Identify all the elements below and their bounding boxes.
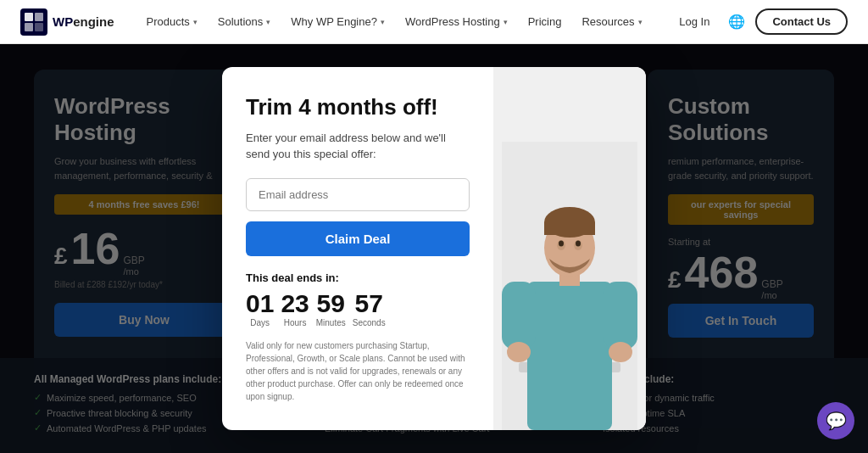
chevron-down-icon: ▾ (504, 18, 508, 26)
countdown-minutes: 59 Minutes (316, 291, 346, 327)
chat-icon: 💬 (826, 411, 847, 431)
nav-item-solutions[interactable]: Solutions ▾ (209, 10, 279, 33)
svg-point-23 (609, 342, 632, 362)
countdown-hours: 23 Hours (281, 291, 309, 327)
svg-rect-1 (35, 13, 43, 21)
svg-point-18 (559, 240, 564, 246)
svg-rect-20 (502, 282, 536, 350)
email-input[interactable] (246, 178, 470, 211)
modal-fine-print: Valid only for new customers purchasing … (246, 339, 470, 403)
logo-box (20, 8, 47, 36)
countdown-seconds: 57 Seconds (353, 291, 386, 327)
nav-item-hosting[interactable]: WordPress Hosting ▾ (397, 10, 516, 33)
svg-rect-11 (527, 282, 612, 430)
nav-item-pricing[interactable]: Pricing (520, 10, 570, 33)
svg-point-22 (507, 342, 531, 362)
svg-rect-21 (604, 282, 637, 350)
nav-item-products[interactable]: Products ▾ (138, 10, 206, 33)
svg-rect-0 (25, 13, 33, 21)
logo[interactable]: WPengine (20, 8, 114, 36)
nav-right: Log In 🌐 Contact Us (670, 8, 848, 35)
chat-bubble-button[interactable]: 💬 (817, 402, 854, 439)
nav-item-why[interactable]: Why WP Engine? ▾ (282, 10, 393, 33)
svg-rect-15 (544, 222, 595, 235)
contact-us-button[interactable]: Contact Us (755, 8, 848, 35)
chevron-down-icon: ▾ (381, 18, 385, 26)
modal-dialog: ✕ Trim 4 months off! Enter your email ad… (222, 67, 646, 429)
deal-ends-label: This deal ends in: (246, 271, 470, 284)
svg-rect-3 (35, 23, 43, 31)
page-background: WordPress Hosting Grow your business wit… (0, 44, 868, 453)
modal-left-panel: Trim 4 months off! Enter your email addr… (222, 67, 493, 429)
logo-text: WPengine (53, 14, 114, 29)
navbar: WPengine Products ▾ Solutions ▾ Why WP E… (0, 0, 868, 44)
modal-title: Trim 4 months off! (246, 94, 470, 120)
claim-deal-button[interactable]: Claim Deal (246, 221, 470, 256)
chevron-down-icon: ▾ (193, 18, 198, 26)
svg-rect-2 (25, 23, 33, 31)
modal-right-panel (493, 67, 646, 429)
countdown-timer: 01 Days 23 Hours 59 Minutes 57 (246, 291, 470, 327)
nav-item-resources[interactable]: Resources ▾ (573, 10, 650, 33)
person-illustration (502, 142, 637, 430)
modal-overlay[interactable]: ✕ Trim 4 months off! Enter your email ad… (0, 44, 868, 453)
chevron-down-icon: ▾ (638, 18, 643, 26)
countdown-days: 01 Days (246, 291, 274, 327)
chevron-down-icon: ▾ (266, 18, 270, 26)
nav-items: Products ▾ Solutions ▾ Why WP Engine? ▾ … (138, 10, 671, 33)
login-button[interactable]: Log In (670, 10, 718, 33)
globe-icon[interactable]: 🌐 (725, 10, 748, 33)
modal-subtitle: Enter your email address below and we'll… (246, 130, 470, 163)
svg-point-19 (576, 240, 581, 246)
